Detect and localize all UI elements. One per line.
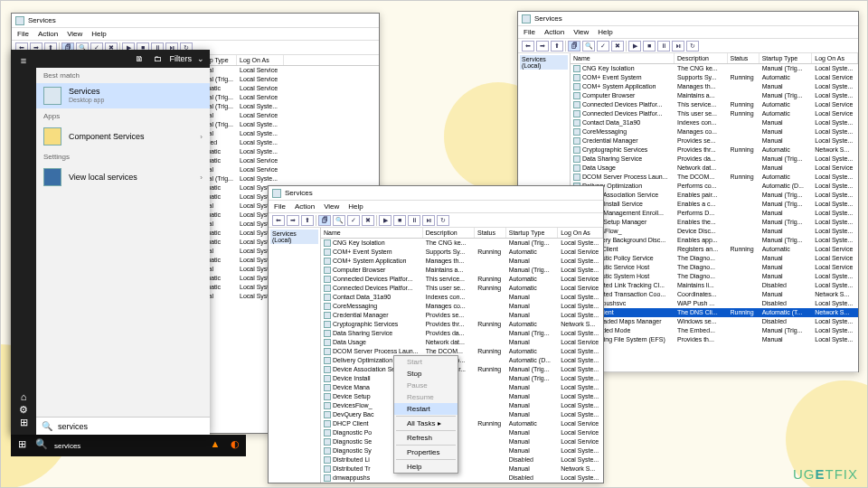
table-body-2[interactable]: CNG Key IsolationThe CNG ke...Manual (Tr… (571, 64, 858, 344)
col-logon[interactable]: Log On As (812, 53, 858, 63)
table-row[interactable]: DNS ClientThe DNS Cli...RunningAutomatic… (571, 308, 858, 317)
table-row[interactable]: Diagnostic Service HostThe Diagno...Manu… (571, 263, 858, 272)
table-row[interactable]: Distributed TrManualNetwork S... (321, 465, 603, 474)
col-desc[interactable]: Description (423, 228, 475, 238)
table-row[interactable]: Connected Devices Platfor...This service… (321, 275, 603, 284)
menubar[interactable]: FileActionViewHelp (518, 26, 858, 39)
table-row[interactable]: Computer BrowserMaintains a...Manual (Tr… (571, 91, 858, 100)
table-row[interactable]: Data Sharing ServiceProvides da...Manual… (571, 155, 858, 164)
menu-action[interactable]: Action (544, 28, 564, 36)
toolbar-button[interactable]: ⬆ (551, 41, 563, 52)
table-body-3[interactable]: CNG Key IsolationThe CNG ke...Manual (Tr… (321, 239, 603, 483)
col-logon[interactable]: Log On As (558, 228, 603, 238)
taskbar[interactable]: ⊞ 🔍 services ▲ ◐ (11, 435, 246, 456)
table-row[interactable]: Distributed LiDisabledLocal Syste... (321, 455, 603, 465)
menu-item-restart[interactable]: Restart (394, 403, 458, 415)
search-input[interactable] (58, 422, 204, 431)
start-rail[interactable]: ≡ ⌂ ⚙ ⊞ (11, 50, 36, 435)
windows-start-icon[interactable]: ⊞ (14, 438, 29, 453)
table-row[interactable]: Cryptographic ServicesProvides thr...Run… (571, 145, 858, 155)
chevron-down-icon[interactable]: ⌄ (197, 54, 204, 63)
table-row[interactable]: Data UsageNetwork dat...ManualLocal Serv… (321, 338, 603, 347)
table-row[interactable]: COM+ System ApplicationManages th...Manu… (571, 82, 858, 91)
toolbar-button[interactable]: 🗐 (568, 41, 580, 52)
table-row[interactable]: Device Association ServiceEnables pair..… (571, 191, 858, 200)
table-row[interactable]: Data Sharing ServiceProvides da...Manual… (321, 329, 603, 338)
search-box[interactable]: 🔍 (36, 417, 210, 435)
table-row[interactable]: Contact Data_31a90Indexes con...ManualLo… (571, 118, 858, 127)
toolbar-button[interactable]: ■ (643, 41, 656, 52)
toolbar-button[interactable]: ▶ (379, 215, 392, 226)
table-header[interactable]: NameDescriptionStatusStartup TypeLog On … (321, 228, 603, 239)
toolbar-button[interactable]: ⏯ (672, 41, 684, 52)
menu-action[interactable]: Action (295, 202, 315, 211)
table-row[interactable]: CoreMessagingManages co...ManualLocal Sy… (321, 302, 603, 311)
table-row[interactable]: DCOM Server Process Laun...The DCOM...Ru… (571, 173, 858, 182)
firefox-icon[interactable]: ◐ (228, 438, 242, 453)
menu-item-help[interactable]: Help (394, 461, 458, 473)
table-row[interactable]: Connected Devices Platfor...This user se… (321, 284, 603, 293)
context-menu[interactable]: StartStopPauseResumeRestartAll Tasks ▸Re… (393, 355, 458, 474)
menu-help[interactable]: Help (348, 202, 363, 211)
table-row[interactable]: Credential ManagerProvides se...ManualLo… (321, 311, 603, 320)
table-row[interactable]: DevicesFlow_Device Disc...ManualLocal Sy… (571, 227, 858, 236)
table-row[interactable]: COM+ Event SystemSupports Sy...RunningAu… (571, 73, 858, 82)
app-component-services[interactable]: Component Services › (36, 124, 210, 149)
filters-label[interactable]: Filters (170, 54, 193, 63)
menu-view[interactable]: View (67, 30, 82, 38)
table-row[interactable]: COM+ Event SystemSupports Sy...RunningAu… (321, 248, 603, 257)
col-name[interactable]: Name (321, 228, 423, 238)
toolbar-button[interactable]: 🗐 (318, 215, 331, 226)
menubar[interactable]: FileActionViewHelp (269, 201, 603, 213)
best-match-services[interactable]: ServicesDesktop app (36, 83, 210, 108)
table-row[interactable]: Embedded ModeThe Embed...Manual (Trig...… (571, 326, 858, 335)
setting-view-local-services[interactable]: View local services › (36, 164, 210, 190)
table-row[interactable]: Device Management Enroll...Performs D...… (571, 209, 858, 218)
vlc-icon[interactable]: ▲ (208, 438, 222, 453)
menu-help[interactable]: Help (598, 28, 612, 36)
col-startup[interactable]: Startup Type (760, 53, 813, 63)
toolbar-button[interactable]: ✖ (611, 41, 624, 52)
col-name[interactable]: Name (571, 53, 675, 63)
menu-item-refresh[interactable]: Refresh (394, 432, 458, 444)
toolbar-button[interactable]: ⏯ (422, 215, 435, 226)
menu-help[interactable]: Help (91, 30, 106, 38)
table-row[interactable]: Device Install ServiceEnables a c...Manu… (571, 200, 858, 209)
menubar[interactable]: FileActionViewHelp (12, 28, 379, 41)
table-row[interactable]: dmwappushsvcWAP Push ...DisabledLocal Sy… (571, 299, 858, 308)
table-row[interactable]: Device Association ServiceEnables pair..… (321, 365, 603, 374)
toolbar-button[interactable]: ✖ (362, 215, 374, 226)
table-row[interactable]: Device InstallManual (Trig...Local Syste… (321, 374, 603, 383)
titlebar[interactable]: Services (269, 186, 603, 201)
table-row[interactable]: Device SetupManualLocal Syste... (321, 392, 603, 401)
search-icon[interactable]: 🔍 (34, 438, 49, 453)
table-row[interactable]: Delivery OptimizationPerforms co...Autom… (571, 182, 858, 191)
table-row[interactable]: DHCP ClientRegisters an...RunningAutomat… (571, 245, 858, 254)
table-row[interactable]: Distributed Transaction Coo...Coordinate… (571, 290, 858, 299)
titlebar[interactable]: Services (12, 14, 379, 28)
table-row[interactable]: Distributed Link Tracking Cl...Maintains… (571, 281, 858, 290)
menu-action[interactable]: Action (38, 30, 58, 38)
table-row[interactable]: Diagnostic PoManualLocal Service (321, 428, 603, 437)
taskbar-search-text[interactable]: services (54, 442, 80, 450)
hamburger-icon[interactable]: ≡ (17, 55, 30, 68)
col-status[interactable]: Status (728, 53, 760, 63)
sidepane[interactable]: Services (Local) (269, 228, 321, 483)
table-row[interactable]: Computer BrowserMaintains a...Manual (Tr… (321, 266, 603, 275)
toolbar-button[interactable]: ↻ (686, 41, 699, 52)
table-row[interactable]: COM+ System ApplicationManages th...Manu… (321, 257, 603, 266)
table-row[interactable]: Diagnostic System HostThe Diagno...Manua… (571, 272, 858, 281)
folder-icon[interactable]: 🗀 (152, 52, 165, 65)
doc-icon[interactable]: 🗎 (134, 52, 146, 65)
menu-file[interactable]: File (524, 28, 535, 36)
table-row[interactable]: Encrypting File System (EFS)Provides th.… (571, 335, 858, 344)
menu-item-all-tasks[interactable]: All Tasks ▸ (394, 418, 458, 429)
titlebar[interactable]: Services (518, 12, 858, 26)
toolbar[interactable]: ⬅➡⬆🗐🔍✓✖▶■⏸⏯↻ (269, 213, 603, 228)
col-logon[interactable]: Log On As (237, 55, 284, 65)
table-row[interactable]: Data UsageNetwork dat...ManualLocal Serv… (571, 164, 858, 173)
toolbar[interactable]: ⬅➡⬆🗐🔍✓✖▶■⏸⏯↻ (518, 39, 858, 53)
table-row[interactable]: Connected Devices Platfor...This service… (571, 100, 858, 109)
table-header[interactable]: NameDescriptionStatusStartup TypeLog On … (571, 53, 858, 64)
toolbar-button[interactable]: ⏸ (408, 215, 420, 226)
